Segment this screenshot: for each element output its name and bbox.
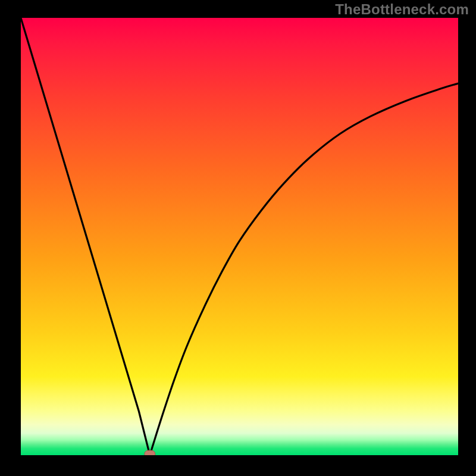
- chart-plot-area: [21, 18, 458, 455]
- chart-series-right: [150, 83, 458, 455]
- chart-minimum-marker: [145, 450, 155, 455]
- watermark-text: TheBottleneck.com: [335, 1, 469, 18]
- chart-curve-svg: [21, 18, 458, 455]
- chart-series-left: [21, 18, 150, 455]
